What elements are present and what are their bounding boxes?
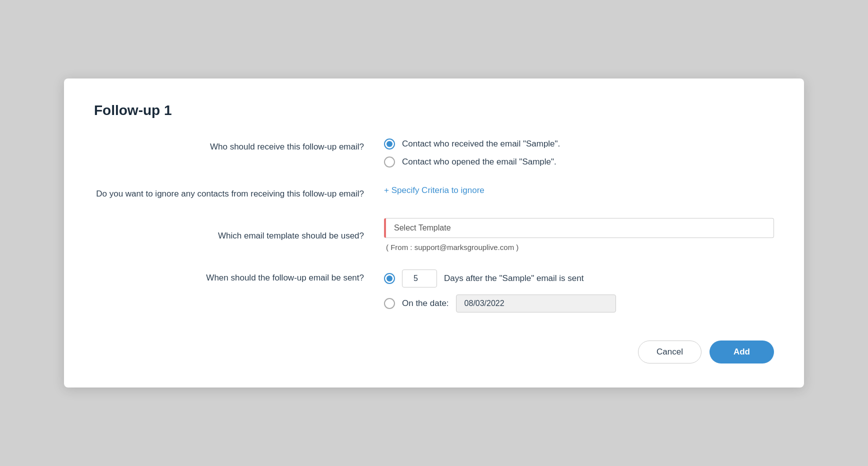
add-button[interactable]: Add — [710, 340, 774, 364]
template-input-wrap: Select Template ( From : support@marksgr… — [384, 218, 774, 252]
radio-received[interactable]: Contact who received the email "Sample". — [384, 138, 774, 150]
date-option-row: On the date: — [384, 294, 774, 312]
radio-opened-label: Contact who opened the email "Sample". — [402, 157, 556, 167]
radio-opened[interactable]: Contact who opened the email "Sample". — [384, 156, 774, 168]
recipient-label: Who should receive this follow-up email? — [94, 138, 384, 154]
timing-label: When should the follow-up email be sent? — [94, 270, 384, 284]
template-placeholder-text: Select Template — [394, 224, 451, 232]
ignore-row: Do you want to ignore any contacts from … — [94, 186, 774, 200]
template-selector[interactable]: Select Template — [384, 218, 774, 238]
cancel-button[interactable]: Cancel — [638, 340, 702, 364]
on-date-label: On the date: — [402, 298, 449, 308]
radio-date-indicator[interactable] — [384, 298, 395, 309]
template-label: Which email template should be used? — [94, 228, 384, 242]
specify-criteria-link[interactable]: + Specify Criteria to ignore — [384, 186, 774, 196]
ignore-label: Do you want to ignore any contacts from … — [94, 186, 384, 200]
footer-row: Cancel Add — [94, 330, 774, 364]
date-input[interactable] — [456, 294, 616, 312]
radio-received-indicator[interactable] — [384, 138, 395, 150]
radio-days-indicator[interactable] — [384, 273, 395, 284]
days-suffix-label: Days after the "Sample" email is sent — [444, 274, 584, 284]
template-row: Which email template should be used? Sel… — [94, 218, 774, 252]
days-option-row: Days after the "Sample" email is sent — [384, 270, 774, 288]
from-address-text: ( From : support@marksgrouplive.com ) — [386, 243, 774, 252]
ignore-control: + Specify Criteria to ignore — [384, 186, 774, 196]
modal-followup: Follow-up 1 Who should receive this foll… — [64, 78, 804, 388]
recipient-options: Contact who received the email "Sample".… — [384, 138, 774, 168]
timing-control: Days after the "Sample" email is sent On… — [384, 270, 774, 312]
days-input[interactable] — [402, 270, 437, 288]
recipient-row: Who should receive this follow-up email?… — [94, 138, 774, 168]
radio-opened-indicator[interactable] — [384, 156, 395, 168]
timing-row: When should the follow-up email be sent?… — [94, 270, 774, 312]
modal-title: Follow-up 1 — [94, 102, 774, 118]
radio-received-label: Contact who received the email "Sample". — [402, 139, 560, 149]
